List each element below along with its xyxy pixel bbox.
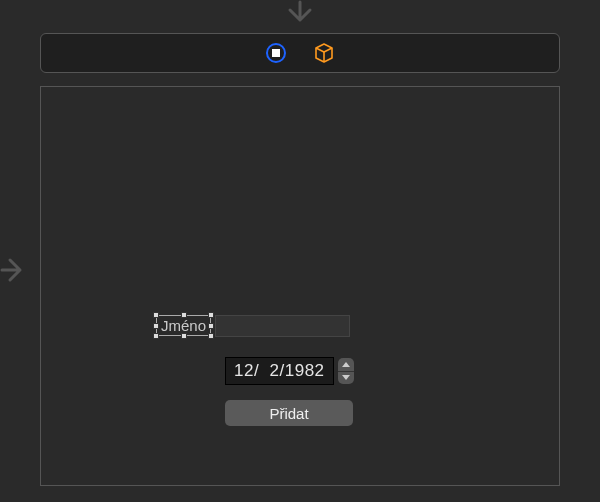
cube-icon	[313, 42, 335, 64]
editor-tabbar	[40, 33, 560, 73]
stepper-down[interactable]	[338, 372, 354, 385]
date-field[interactable]: 12/ 2/1982	[225, 357, 354, 385]
resize-handle[interactable]	[208, 323, 214, 329]
date-stepper[interactable]	[338, 358, 354, 384]
resize-handle[interactable]	[153, 312, 159, 318]
resize-handle[interactable]	[153, 333, 159, 339]
label-widget[interactable]: Jméno	[156, 315, 211, 336]
stepper-up[interactable]	[338, 358, 354, 372]
resize-handle[interactable]	[181, 312, 187, 318]
stop-square-icon	[265, 42, 287, 64]
drop-arrow-down-icon	[282, 0, 318, 34]
tab-layout[interactable]	[265, 42, 287, 64]
resize-handle[interactable]	[208, 312, 214, 318]
tab-3d[interactable]	[313, 42, 335, 64]
resize-handle[interactable]	[208, 333, 214, 339]
svg-rect-1	[272, 49, 280, 57]
resize-handle[interactable]	[181, 333, 187, 339]
name-textfield[interactable]	[215, 315, 350, 337]
date-value[interactable]: 12/ 2/1982	[225, 357, 334, 385]
design-canvas[interactable]: Jméno 12/ 2/1982 Přidat	[40, 86, 560, 486]
resize-handle[interactable]	[153, 323, 159, 329]
label-placeholder-text[interactable]: Jméno	[156, 315, 211, 336]
add-button[interactable]: Přidat	[225, 400, 353, 426]
drop-arrow-right-icon	[0, 252, 30, 292]
